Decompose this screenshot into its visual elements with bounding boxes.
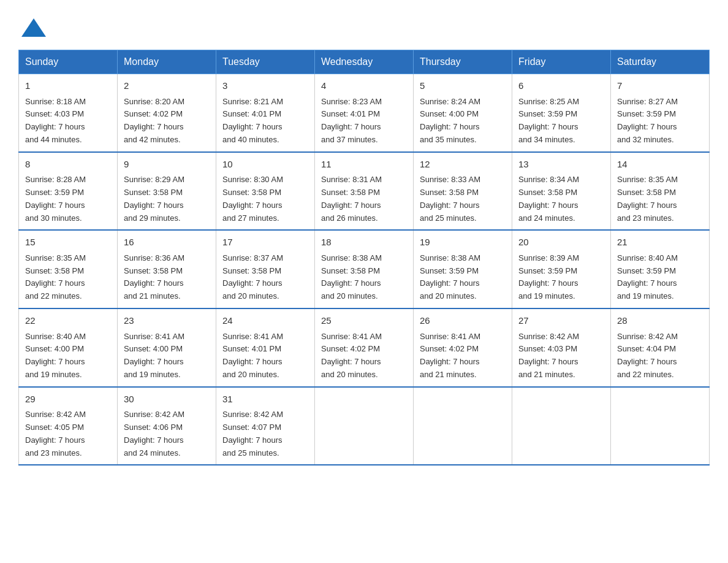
day-number: 23 xyxy=(124,314,210,328)
calendar-cell: 28 Sunrise: 8:42 AM Sunset: 4:04 PM Dayl… xyxy=(611,308,710,387)
logo xyxy=(18,12,49,37)
day-info: Sunrise: 8:33 AM Sunset: 3:58 PM Dayligh… xyxy=(420,174,506,224)
day-info: Sunrise: 8:41 AM Sunset: 4:02 PM Dayligh… xyxy=(420,331,506,381)
day-number: 18 xyxy=(321,236,407,250)
week-row-1: 1 Sunrise: 8:18 AM Sunset: 4:03 PM Dayli… xyxy=(19,74,710,152)
calendar-cell: 23 Sunrise: 8:41 AM Sunset: 4:00 PM Dayl… xyxy=(118,308,216,387)
calendar-cell: 19 Sunrise: 8:38 AM Sunset: 3:59 PM Dayl… xyxy=(414,230,512,308)
day-info: Sunrise: 8:25 AM Sunset: 3:59 PM Dayligh… xyxy=(518,96,604,147)
day-number: 15 xyxy=(25,236,111,250)
day-number: 13 xyxy=(518,158,604,172)
day-number: 29 xyxy=(25,393,111,407)
day-info: Sunrise: 8:40 AM Sunset: 3:59 PM Dayligh… xyxy=(617,252,703,303)
calendar-cell: 27 Sunrise: 8:42 AM Sunset: 4:03 PM Dayl… xyxy=(512,308,611,387)
calendar-cell: 20 Sunrise: 8:39 AM Sunset: 3:59 PM Dayl… xyxy=(512,230,611,308)
day-number: 17 xyxy=(222,236,308,250)
weekday-header-monday: Monday xyxy=(118,50,216,74)
weekday-header-sunday: Sunday xyxy=(19,50,118,74)
weekday-header-friday: Friday xyxy=(512,50,611,74)
calendar-cell: 10 Sunrise: 8:30 AM Sunset: 3:58 PM Dayl… xyxy=(216,152,315,231)
svg-marker-0 xyxy=(21,18,46,37)
day-number: 8 xyxy=(25,158,111,172)
day-info: Sunrise: 8:40 AM Sunset: 4:00 PM Dayligh… xyxy=(25,331,111,381)
day-number: 11 xyxy=(321,158,407,172)
calendar-cell xyxy=(414,387,512,465)
day-info: Sunrise: 8:36 AM Sunset: 3:58 PM Dayligh… xyxy=(124,252,210,303)
day-info: Sunrise: 8:20 AM Sunset: 4:02 PM Dayligh… xyxy=(124,96,210,147)
calendar-cell: 8 Sunrise: 8:28 AM Sunset: 3:59 PM Dayli… xyxy=(19,152,118,231)
day-info: Sunrise: 8:28 AM Sunset: 3:59 PM Dayligh… xyxy=(25,174,111,224)
weekday-header-wednesday: Wednesday xyxy=(315,50,414,74)
week-row-2: 8 Sunrise: 8:28 AM Sunset: 3:59 PM Dayli… xyxy=(19,152,710,231)
day-info: Sunrise: 8:21 AM Sunset: 4:01 PM Dayligh… xyxy=(222,96,308,147)
day-info: Sunrise: 8:38 AM Sunset: 3:58 PM Dayligh… xyxy=(321,252,407,303)
day-info: Sunrise: 8:41 AM Sunset: 4:01 PM Dayligh… xyxy=(222,331,308,381)
day-number: 25 xyxy=(321,314,407,328)
calendar-cell: 21 Sunrise: 8:40 AM Sunset: 3:59 PM Dayl… xyxy=(611,230,710,308)
logo-icon xyxy=(18,12,49,40)
day-info: Sunrise: 8:42 AM Sunset: 4:06 PM Dayligh… xyxy=(124,408,210,459)
day-number: 30 xyxy=(124,393,210,407)
calendar-cell: 22 Sunrise: 8:40 AM Sunset: 4:00 PM Dayl… xyxy=(19,308,118,387)
calendar-cell: 18 Sunrise: 8:38 AM Sunset: 3:58 PM Dayl… xyxy=(315,230,414,308)
day-info: Sunrise: 8:27 AM Sunset: 3:59 PM Dayligh… xyxy=(617,96,703,147)
day-info: Sunrise: 8:42 AM Sunset: 4:07 PM Dayligh… xyxy=(222,408,308,459)
day-number: 9 xyxy=(124,158,210,172)
day-number: 28 xyxy=(617,314,703,328)
day-number: 16 xyxy=(124,236,210,250)
page-header xyxy=(18,12,710,37)
day-number: 27 xyxy=(518,314,604,328)
calendar-cell: 15 Sunrise: 8:35 AM Sunset: 3:58 PM Dayl… xyxy=(19,230,118,308)
calendar-cell: 24 Sunrise: 8:41 AM Sunset: 4:01 PM Dayl… xyxy=(216,308,315,387)
day-info: Sunrise: 8:23 AM Sunset: 4:01 PM Dayligh… xyxy=(321,96,407,147)
day-number: 31 xyxy=(222,393,308,407)
day-info: Sunrise: 8:42 AM Sunset: 4:04 PM Dayligh… xyxy=(617,331,703,381)
calendar-cell: 6 Sunrise: 8:25 AM Sunset: 3:59 PM Dayli… xyxy=(512,74,611,152)
day-number: 10 xyxy=(222,158,308,172)
week-row-3: 15 Sunrise: 8:35 AM Sunset: 3:58 PM Dayl… xyxy=(19,230,710,308)
calendar-cell: 17 Sunrise: 8:37 AM Sunset: 3:58 PM Dayl… xyxy=(216,230,315,308)
day-info: Sunrise: 8:41 AM Sunset: 4:00 PM Dayligh… xyxy=(124,331,210,381)
day-number: 26 xyxy=(420,314,506,328)
calendar-cell: 11 Sunrise: 8:31 AM Sunset: 3:58 PM Dayl… xyxy=(315,152,414,231)
day-number: 24 xyxy=(222,314,308,328)
day-info: Sunrise: 8:35 AM Sunset: 3:58 PM Dayligh… xyxy=(617,174,703,224)
day-number: 12 xyxy=(420,158,506,172)
calendar-cell: 12 Sunrise: 8:33 AM Sunset: 3:58 PM Dayl… xyxy=(414,152,512,231)
week-row-5: 29 Sunrise: 8:42 AM Sunset: 4:05 PM Dayl… xyxy=(19,387,710,465)
calendar-cell: 7 Sunrise: 8:27 AM Sunset: 3:59 PM Dayli… xyxy=(611,74,710,152)
day-info: Sunrise: 8:30 AM Sunset: 3:58 PM Dayligh… xyxy=(222,174,308,224)
day-number: 4 xyxy=(321,79,407,93)
calendar-cell: 29 Sunrise: 8:42 AM Sunset: 4:05 PM Dayl… xyxy=(19,387,118,465)
calendar-cell: 25 Sunrise: 8:41 AM Sunset: 4:02 PM Dayl… xyxy=(315,308,414,387)
day-info: Sunrise: 8:38 AM Sunset: 3:59 PM Dayligh… xyxy=(420,252,506,303)
calendar-cell: 5 Sunrise: 8:24 AM Sunset: 4:00 PM Dayli… xyxy=(414,74,512,152)
calendar-cell: 30 Sunrise: 8:42 AM Sunset: 4:06 PM Dayl… xyxy=(118,387,216,465)
calendar-cell: 2 Sunrise: 8:20 AM Sunset: 4:02 PM Dayli… xyxy=(118,74,216,152)
day-number: 5 xyxy=(420,79,506,93)
calendar-cell: 4 Sunrise: 8:23 AM Sunset: 4:01 PM Dayli… xyxy=(315,74,414,152)
day-info: Sunrise: 8:29 AM Sunset: 3:58 PM Dayligh… xyxy=(124,174,210,224)
calendar-cell: 26 Sunrise: 8:41 AM Sunset: 4:02 PM Dayl… xyxy=(414,308,512,387)
calendar-table: SundayMondayTuesdayWednesdayThursdayFrid… xyxy=(18,50,710,465)
calendar-cell: 9 Sunrise: 8:29 AM Sunset: 3:58 PM Dayli… xyxy=(118,152,216,231)
day-number: 14 xyxy=(617,158,703,172)
calendar-cell: 13 Sunrise: 8:34 AM Sunset: 3:58 PM Dayl… xyxy=(512,152,611,231)
weekday-header-tuesday: Tuesday xyxy=(216,50,315,74)
week-row-4: 22 Sunrise: 8:40 AM Sunset: 4:00 PM Dayl… xyxy=(19,308,710,387)
day-number: 19 xyxy=(420,236,506,250)
weekday-header-saturday: Saturday xyxy=(611,50,710,74)
weekday-header-row: SundayMondayTuesdayWednesdayThursdayFrid… xyxy=(19,50,710,74)
day-info: Sunrise: 8:31 AM Sunset: 3:58 PM Dayligh… xyxy=(321,174,407,224)
day-number: 7 xyxy=(617,79,703,93)
calendar-cell xyxy=(611,387,710,465)
day-number: 1 xyxy=(25,79,111,93)
day-info: Sunrise: 8:39 AM Sunset: 3:59 PM Dayligh… xyxy=(518,252,604,303)
weekday-header-thursday: Thursday xyxy=(414,50,512,74)
day-number: 20 xyxy=(518,236,604,250)
day-info: Sunrise: 8:35 AM Sunset: 3:58 PM Dayligh… xyxy=(25,252,111,303)
calendar-cell: 16 Sunrise: 8:36 AM Sunset: 3:58 PM Dayl… xyxy=(118,230,216,308)
day-number: 6 xyxy=(518,79,604,93)
calendar-cell xyxy=(315,387,414,465)
day-info: Sunrise: 8:42 AM Sunset: 4:03 PM Dayligh… xyxy=(518,331,604,381)
